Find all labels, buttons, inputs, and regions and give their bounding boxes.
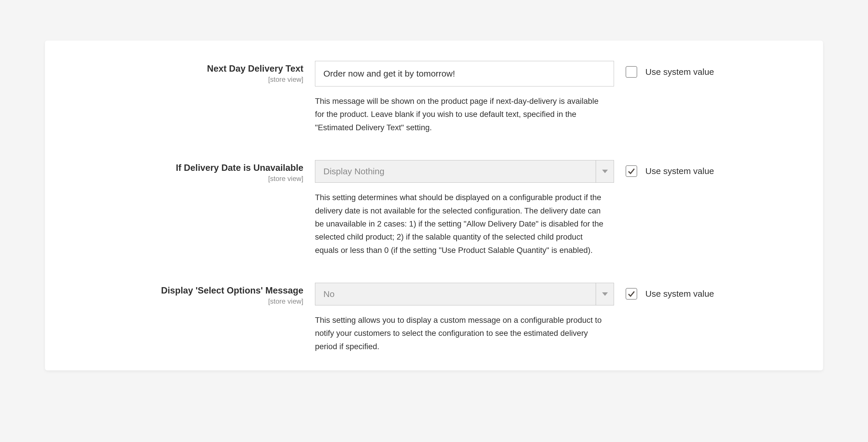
field-row-next-day-delivery: Next Day Delivery Text [store view] This… <box>68 61 794 134</box>
svg-marker-0 <box>602 170 608 173</box>
use-system-col: Use system value <box>626 61 794 134</box>
use-system-col: Use system value <box>626 160 794 257</box>
field-scope: [store view] <box>68 175 303 183</box>
field-control-col: This message will be shown on the produc… <box>315 61 614 134</box>
field-scope: [store view] <box>68 75 303 83</box>
field-control-col: Display Nothing This setting determines … <box>315 160 614 257</box>
field-label-col: Display 'Select Options' Message [store … <box>68 283 303 353</box>
use-system-label: Use system value <box>645 165 714 177</box>
settings-panel: Next Day Delivery Text [store view] This… <box>45 41 823 370</box>
use-system-checkbox[interactable] <box>626 288 637 300</box>
field-help: This setting allows you to display a cus… <box>315 313 608 353</box>
select-options-message-select[interactable]: No <box>315 283 614 305</box>
use-system-label: Use system value <box>645 66 714 78</box>
select-value: Display Nothing <box>315 160 596 182</box>
chevron-down-icon <box>596 160 614 182</box>
field-label-col: Next Day Delivery Text [store view] <box>68 61 303 134</box>
field-label: Display 'Select Options' Message <box>68 284 303 297</box>
field-help: This message will be shown on the produc… <box>315 95 608 134</box>
field-scope: [store view] <box>68 297 303 305</box>
use-system-label: Use system value <box>645 288 714 300</box>
next-day-delivery-input[interactable] <box>315 61 614 87</box>
field-help: This setting determines what should be d… <box>315 191 608 257</box>
select-value: No <box>315 283 596 305</box>
use-system-checkbox[interactable] <box>626 165 637 177</box>
chevron-down-icon <box>596 283 614 305</box>
field-control-col: No This setting allows you to display a … <box>315 283 614 353</box>
field-label: If Delivery Date is Unavailable <box>68 162 303 174</box>
field-label-col: If Delivery Date is Unavailable [store v… <box>68 160 303 257</box>
field-row-if-unavailable: If Delivery Date is Unavailable [store v… <box>68 160 794 257</box>
use-system-checkbox[interactable] <box>626 66 637 78</box>
use-system-col: Use system value <box>626 283 794 353</box>
field-row-select-options-message: Display 'Select Options' Message [store … <box>68 283 794 353</box>
svg-marker-1 <box>602 292 608 296</box>
if-unavailable-select[interactable]: Display Nothing <box>315 160 614 183</box>
field-label: Next Day Delivery Text <box>68 63 303 75</box>
